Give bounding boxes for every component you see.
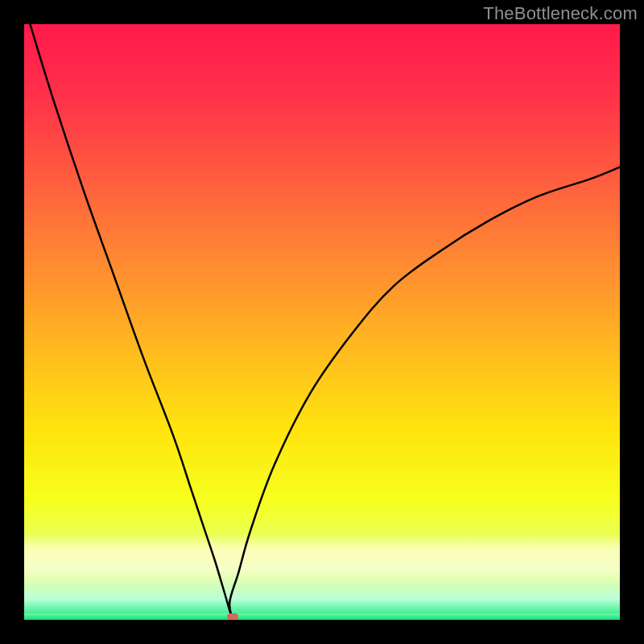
minimum-marker — [227, 613, 238, 620]
chart-frame: TheBottleneck.com — [0, 0, 644, 644]
plot-area — [24, 24, 620, 620]
bottleneck-curve — [24, 24, 620, 620]
watermark-text: TheBottleneck.com — [483, 3, 638, 24]
